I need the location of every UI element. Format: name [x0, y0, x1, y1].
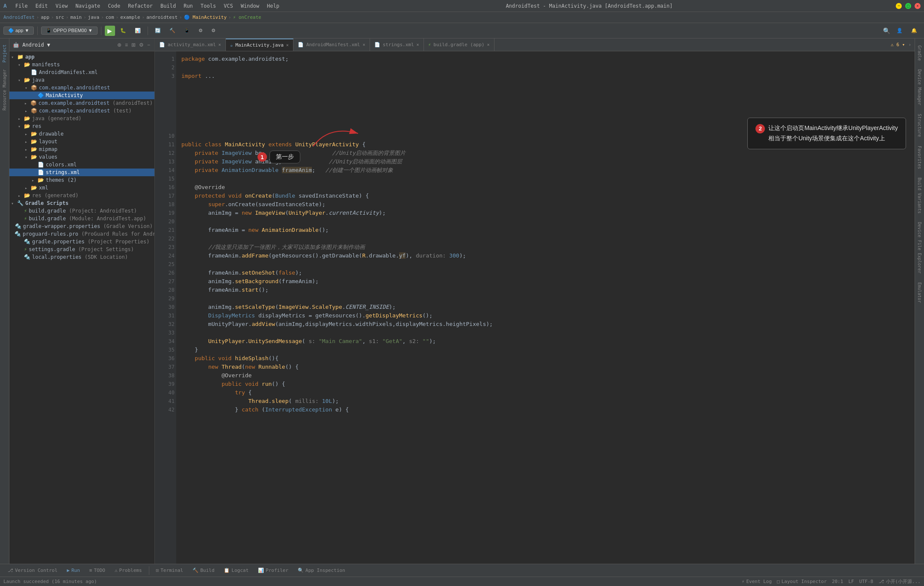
tree-item-res[interactable]: ▾ 📂 res: [9, 122, 154, 130]
sync-button[interactable]: 🔄: [151, 27, 164, 35]
menu-file[interactable]: File: [12, 2, 31, 10]
android-dropdown[interactable]: 🤖 Android ▼: [13, 42, 50, 48]
breadcrumb-oncreate[interactable]: ⚡ onCreate: [233, 15, 261, 20]
menu-help[interactable]: Help: [264, 2, 283, 10]
tab-close-mainactivity[interactable]: ×: [286, 43, 289, 47]
device-manager-tab[interactable]: Device Manager: [916, 66, 923, 109]
encoding-status[interactable]: UTF-8: [859, 579, 873, 584]
tree-item-proguard[interactable]: ▸ 🔩 proguard-rules.pro (ProGuard Rules f…: [9, 230, 154, 238]
menu-code[interactable]: Code: [104, 2, 124, 10]
tree-item-local-props[interactable]: ▸ 🔩 local.properties (SDK Location): [9, 253, 154, 261]
device-selector[interactable]: 📱 OPPO PBEM00 ▼: [41, 27, 97, 35]
layout-inspector-status[interactable]: □ Layout Inspector: [777, 579, 827, 584]
tree-item-manifests[interactable]: ▾ 📂 manifests: [9, 61, 154, 68]
breadcrumb-main[interactable]: main: [70, 15, 82, 20]
menu-edit[interactable]: Edit: [32, 2, 51, 10]
avd-button[interactable]: 📱: [181, 27, 193, 35]
minimize-button[interactable]: −: [896, 3, 902, 9]
breadcrumb-example[interactable]: example: [120, 15, 140, 20]
tree-item-xml[interactable]: ▸ 📂 xml: [9, 184, 154, 192]
menu-build[interactable]: Build: [157, 2, 179, 10]
tree-item-java[interactable]: ▾ 📂 java: [9, 76, 154, 84]
breadcrumb-mainactivity[interactable]: 🔵 MainActivity: [184, 15, 227, 20]
tree-item-strings[interactable]: ▸ 📄 strings.xml: [9, 169, 154, 176]
build-variants-tab[interactable]: Build Variants: [916, 174, 923, 217]
tree-item-build-project[interactable]: ▸ ⚡ build.gradle (Project: AndroidTest): [9, 207, 154, 215]
warning-count[interactable]: ⚠ 6 ▾: [891, 42, 905, 47]
debug-button[interactable]: 🐛: [117, 27, 130, 35]
terminal-tab[interactable]: ⊡ Terminal: [152, 566, 188, 574]
menu-vcs[interactable]: VCS: [220, 2, 237, 10]
tab-activity-main[interactable]: 📄 activity_main.xml ×: [155, 38, 226, 51]
tab-androidmanifest[interactable]: 📄 AndroidManifest.xml ×: [293, 38, 370, 51]
menu-view[interactable]: View: [52, 2, 71, 10]
panel-settings-icon[interactable]: ⚙: [138, 41, 145, 49]
maximize-button[interactable]: □: [905, 3, 911, 9]
tab-scroll-right[interactable]: ›: [908, 42, 911, 47]
tree-item-package1[interactable]: ▾ 📦 com.example.androidtest: [9, 84, 154, 92]
tree-item-res-generated[interactable]: ▸ 📂 res (generated): [9, 192, 154, 199]
run-tab[interactable]: ▶ Run: [62, 566, 84, 574]
panel-collapse-icon[interactable]: ≡: [124, 41, 129, 49]
tree-item-gradle-wrapper[interactable]: ▸ 🔩 gradle-wrapper.properties (Gradle Ve…: [9, 222, 154, 230]
tree-item-androidmanifest[interactable]: ▸ 📄 AndroidManifest.xml: [9, 68, 154, 76]
notification-button[interactable]: 🔔: [908, 27, 921, 35]
tab-strings[interactable]: 📄 strings.xml ×: [370, 38, 424, 51]
build-button[interactable]: 🔨: [166, 27, 179, 35]
panel-minimize-icon[interactable]: −: [146, 41, 151, 49]
tree-item-values[interactable]: ▾ 📂 values: [9, 153, 154, 161]
tree-item-gradle-props[interactable]: ▸ 🔩 gradle.properties (Project Propertie…: [9, 238, 154, 246]
device-file-explorer-tab[interactable]: Device File Explorer: [916, 219, 923, 277]
line-ending[interactable]: LF: [848, 579, 854, 584]
structure-tab[interactable]: Structure: [916, 110, 923, 140]
breadcrumb-app[interactable]: app: [41, 15, 49, 20]
tree-item-themes[interactable]: ▸ 📂 themes (2): [9, 176, 154, 184]
menu-navigate[interactable]: Navigate: [72, 2, 104, 10]
tab-close-activity-main[interactable]: ×: [219, 42, 221, 47]
tree-item-package2[interactable]: ▸ 📦 com.example.androidtest (androidTest…: [9, 99, 154, 107]
close-button[interactable]: ×: [915, 3, 921, 9]
project-selector[interactable]: 🔷 app ▼: [3, 27, 34, 35]
menu-window[interactable]: Window: [237, 2, 263, 10]
tree-item-settings-gradle[interactable]: ▸ ⚡ settings.gradle (Project Settings): [9, 246, 154, 253]
breadcrumb-androidtest[interactable]: AndroidTest: [3, 15, 35, 20]
favorites-tab[interactable]: Favorites: [916, 142, 923, 172]
cursor-position[interactable]: 20:1: [832, 579, 844, 584]
panel-scroll-icon[interactable]: ⊕: [116, 41, 122, 49]
event-log-status[interactable]: ⚡ Event Log: [742, 579, 772, 584]
tree-item-java-generated[interactable]: ▸ 📂 java (generated): [9, 115, 154, 122]
logcat-tab[interactable]: 📋 Logcat: [219, 566, 253, 574]
tab-build-gradle[interactable]: ⚡ build.gradle (app) ×: [424, 38, 495, 51]
tab-close-strings[interactable]: ×: [417, 42, 419, 47]
menu-run[interactable]: Run: [180, 2, 196, 10]
run-button[interactable]: ▶: [105, 26, 115, 36]
tree-item-build-app[interactable]: ▸ ⚡ build.gradle (Module: AndroidTest.ap…: [9, 215, 154, 222]
breadcrumb-androidtest2[interactable]: androidtest: [146, 15, 178, 20]
sdk-button[interactable]: ⚙: [195, 27, 206, 35]
emulator-tab[interactable]: Emulator: [916, 279, 923, 306]
search-button[interactable]: 🔍: [881, 26, 891, 36]
user-button[interactable]: 👤: [893, 27, 906, 35]
profiler-tab[interactable]: 📊 Profiler: [254, 566, 293, 574]
tab-mainactivity[interactable]: ☕ MainActivity.java ×: [226, 38, 293, 51]
app-inspection-tab[interactable]: 🔍 App Inspection: [293, 566, 349, 574]
profile-button[interactable]: 📊: [131, 27, 144, 35]
breadcrumb-java[interactable]: java: [88, 15, 100, 20]
git-branch[interactable]: ⎇ 小开(小开源...: [879, 578, 921, 585]
panel-expand-icon[interactable]: ⊞: [130, 41, 136, 49]
tree-item-layout[interactable]: ▸ 📂 layout: [9, 138, 154, 145]
todo-tab[interactable]: ≡ TODO: [85, 566, 110, 574]
breadcrumb-src[interactable]: src: [56, 15, 64, 20]
tree-item-mipmap[interactable]: ▸ 📂 mipmap: [9, 145, 154, 153]
tree-item-package3[interactable]: ▸ 📦 com.example.androidtest (test): [9, 107, 154, 115]
problems-tab[interactable]: ⚠ Problems: [110, 566, 146, 574]
tree-item-drawable[interactable]: ▸ 📂 drawable: [9, 130, 154, 138]
tree-item-gradle-scripts[interactable]: ▾ 🔧 Gradle Scripts: [9, 199, 154, 207]
menu-tools[interactable]: Tools: [197, 2, 219, 10]
tab-close-androidmanifest[interactable]: ×: [363, 42, 365, 47]
tab-close-build-gradle[interactable]: ×: [487, 42, 489, 47]
tree-item-mainactivity[interactable]: ▸ 🔷 MainActivity: [9, 92, 154, 99]
gradle-tab[interactable]: Gradle: [916, 42, 923, 64]
build-tab[interactable]: 🔨 Build: [188, 566, 219, 574]
tree-item-app[interactable]: ▾ 📁 app: [9, 53, 154, 61]
